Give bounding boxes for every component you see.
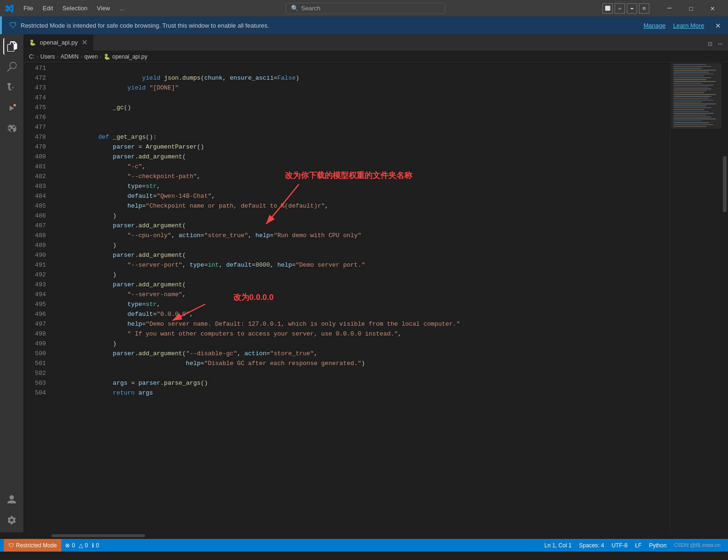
file-menu[interactable]: File bbox=[20, 3, 37, 13]
site-label: CSDN @纯 znwx.cn bbox=[674, 542, 721, 549]
code-line-503: return args bbox=[54, 378, 670, 388]
extensions-icon[interactable] bbox=[3, 120, 20, 137]
learn-more-link[interactable]: Learn More bbox=[673, 22, 704, 29]
maximize-button[interactable]: ☐ bbox=[680, 0, 702, 16]
line-ending-status[interactable]: LF bbox=[631, 539, 645, 552]
settings-icon[interactable] bbox=[3, 512, 20, 529]
banner-close-button[interactable]: ✕ bbox=[715, 20, 721, 30]
edit-menu[interactable]: Edit bbox=[39, 3, 57, 13]
error-icon: ⊗ bbox=[65, 542, 70, 549]
view-menu[interactable]: View bbox=[93, 3, 114, 13]
tab-filename: openai_api.py bbox=[40, 39, 78, 46]
info-icon: ℹ bbox=[92, 542, 94, 549]
code-line-500: help="Disable GC after each response gen… bbox=[54, 349, 670, 358]
code-line-484: help="Checkpoint name or path, default t… bbox=[54, 191, 670, 201]
menu-bar: File Edit Selection View ... bbox=[20, 3, 128, 13]
main-layout: 🐍 openai_api.py ✕ ⊡ ⋯ C: › Users › ADMIN… bbox=[0, 34, 728, 532]
warning-icon: △ bbox=[79, 542, 83, 549]
horizontal-scrollbar-area bbox=[23, 532, 728, 539]
code-line-494: type=str, bbox=[54, 290, 670, 299]
code-line-493: "--server-name", bbox=[54, 280, 670, 290]
account-icon[interactable] bbox=[3, 491, 20, 508]
code-line-476 bbox=[54, 112, 670, 122]
code-content-wrapper: yield json.dumps(chunk, ensure_ascii=Fal… bbox=[51, 62, 670, 532]
minimize-button[interactable]: ─ bbox=[659, 0, 680, 16]
close-button[interactable]: ✕ bbox=[702, 0, 723, 16]
search-icon: 🔍 bbox=[291, 5, 298, 12]
run-icon[interactable] bbox=[3, 100, 20, 117]
layout-buttons: ⬜ ▭ ▬ ⊞ bbox=[602, 3, 649, 14]
restricted-mode-status[interactable]: 🛡 Restricted Mode bbox=[4, 539, 61, 552]
code-line-481: "--checkpoint-path", bbox=[54, 162, 670, 172]
banner-message: Restricted Mode is intended for safe cod… bbox=[21, 22, 636, 29]
code-line-498: ) bbox=[54, 329, 670, 339]
code-line-488: ) bbox=[54, 231, 670, 240]
vertical-scrollbar[interactable] bbox=[721, 62, 728, 532]
language-status[interactable]: Python bbox=[645, 539, 670, 552]
code-line-504 bbox=[54, 388, 670, 398]
info-count: 0 bbox=[96, 542, 99, 549]
encoding-label: UTF-8 bbox=[611, 542, 627, 549]
shield-status-icon: 🛡 bbox=[8, 542, 14, 549]
errors-status[interactable]: ⊗ 0 △ 0 ℹ 0 bbox=[61, 539, 103, 552]
more-menu[interactable]: ... bbox=[116, 3, 128, 13]
layout-btn-1[interactable]: ⬜ bbox=[602, 3, 613, 14]
titlebar: File Edit Selection View ... 🔍 Search ⬜ … bbox=[0, 0, 728, 16]
breadcrumb-qwen[interactable]: qwen bbox=[84, 53, 98, 60]
explorer-icon[interactable] bbox=[3, 38, 20, 55]
code-line-475 bbox=[54, 103, 670, 112]
minimap-visual bbox=[670, 62, 721, 532]
line-ending-label: LF bbox=[635, 542, 641, 549]
code-line-486: parser.add_argument( bbox=[54, 211, 670, 221]
encoding-status[interactable]: UTF-8 bbox=[608, 539, 631, 552]
search-activity-icon[interactable] bbox=[3, 59, 20, 75]
window-controls: ─ ☐ ✕ bbox=[659, 0, 723, 16]
more-actions-button[interactable]: ⋯ bbox=[716, 37, 724, 51]
tab-file-icon: 🐍 bbox=[29, 39, 36, 46]
code-line-502: args = parser.parse_args() bbox=[54, 368, 670, 378]
spaces-status[interactable]: Spaces: 4 bbox=[575, 539, 608, 552]
global-search-box[interactable]: 🔍 Search bbox=[286, 3, 445, 14]
code-line-490: "--server-port", type=int, default=8000,… bbox=[54, 250, 670, 260]
activity-bar bbox=[0, 34, 23, 532]
site-status: CSDN @纯 znwx.cn bbox=[670, 539, 724, 552]
tab-close-button[interactable]: ✕ bbox=[82, 38, 88, 47]
error-count: 0 bbox=[72, 542, 75, 549]
minimap bbox=[670, 62, 721, 532]
split-editor-button[interactable]: ⊡ bbox=[706, 37, 714, 51]
tab-bar: 🐍 openai_api.py ✕ ⊡ ⋯ bbox=[23, 34, 728, 51]
source-control-icon[interactable] bbox=[3, 79, 20, 96]
breadcrumb-c[interactable]: C: bbox=[29, 53, 35, 60]
code-line-473 bbox=[54, 83, 670, 93]
breadcrumb-admin[interactable]: ADMIN bbox=[60, 53, 79, 60]
code-line-474: _gc() bbox=[54, 93, 670, 103]
manage-link[interactable]: Manage bbox=[644, 22, 666, 29]
horizontal-scrollbar-thumb[interactable] bbox=[52, 534, 145, 537]
layout-btn-2[interactable]: ▭ bbox=[615, 3, 625, 14]
tab-actions: ⊡ ⋯ bbox=[706, 37, 728, 51]
position-status[interactable]: Ln 1, Col 1 bbox=[541, 539, 575, 552]
breadcrumb-users[interactable]: Users bbox=[40, 53, 55, 60]
scrollbar-thumb[interactable] bbox=[723, 156, 727, 212]
layout-btn-4[interactable]: ⊞ bbox=[639, 3, 649, 14]
restricted-mode-banner: 🛡 Restricted Mode is intended for safe c… bbox=[0, 16, 728, 34]
code-editor[interactable]: 471 472 473 474 475 476 477 478 479 480 … bbox=[23, 62, 728, 532]
svg-point-0 bbox=[14, 104, 16, 107]
breadcrumb-file[interactable]: 🐍 openai_api.py bbox=[104, 53, 148, 60]
title-search-area: 🔍 Search bbox=[134, 3, 597, 14]
code-line-483: default="Qwen-14B-Chat", bbox=[54, 181, 670, 191]
layout-btn-3[interactable]: ▬ bbox=[627, 3, 637, 14]
selection-menu[interactable]: Selection bbox=[59, 3, 91, 13]
code-content[interactable]: yield json.dumps(chunk, ensure_ascii=Fal… bbox=[51, 62, 670, 398]
active-tab[interactable]: 🐍 openai_api.py ✕ bbox=[23, 34, 94, 51]
line-numbers: 471 472 473 474 475 476 477 478 479 480 … bbox=[23, 62, 51, 532]
code-line-501 bbox=[54, 358, 670, 368]
code-line-480: "-c", bbox=[54, 152, 670, 162]
code-line-489: parser.add_argument( bbox=[54, 240, 670, 250]
code-line-482: type=str, bbox=[54, 172, 670, 181]
code-line-471: yield json.dumps(chunk, ensure_ascii=Fal… bbox=[54, 63, 670, 73]
svg-rect-37 bbox=[671, 63, 721, 129]
code-line-477: def _get_args(): bbox=[54, 122, 670, 132]
breadcrumb-file-icon: 🐍 bbox=[104, 53, 111, 60]
shield-icon: 🛡 bbox=[9, 21, 17, 30]
